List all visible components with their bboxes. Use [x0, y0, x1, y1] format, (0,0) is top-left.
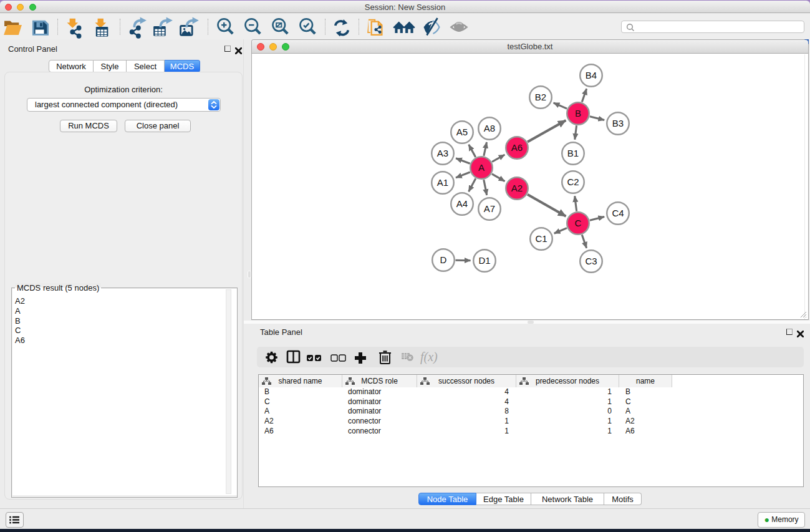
svg-text:B2: B2: [535, 92, 546, 102]
svg-text:A5: A5: [456, 127, 468, 137]
svg-text:A6: A6: [511, 142, 523, 153]
svg-text:A4: A4: [456, 198, 468, 209]
svg-text:C2: C2: [567, 177, 579, 187]
svg-text:C: C: [575, 218, 582, 228]
svg-text:C1: C1: [535, 233, 547, 244]
svg-text:C4: C4: [612, 208, 624, 218]
svg-text:C3: C3: [585, 256, 597, 266]
svg-text:D1: D1: [478, 255, 490, 266]
svg-text:A: A: [478, 162, 485, 173]
svg-text:A8: A8: [484, 123, 495, 133]
svg-text:A2: A2: [511, 183, 523, 193]
svg-text:A7: A7: [484, 203, 495, 214]
svg-text:B: B: [575, 108, 581, 118]
svg-text:B1: B1: [567, 148, 579, 158]
svg-text:B4: B4: [586, 70, 597, 80]
svg-text:A1: A1: [437, 177, 448, 188]
svg-text:f(x): f(x): [420, 350, 438, 364]
svg-text:D: D: [440, 254, 447, 265]
svg-text:A3: A3: [437, 148, 448, 158]
svg-text:B3: B3: [612, 118, 624, 128]
